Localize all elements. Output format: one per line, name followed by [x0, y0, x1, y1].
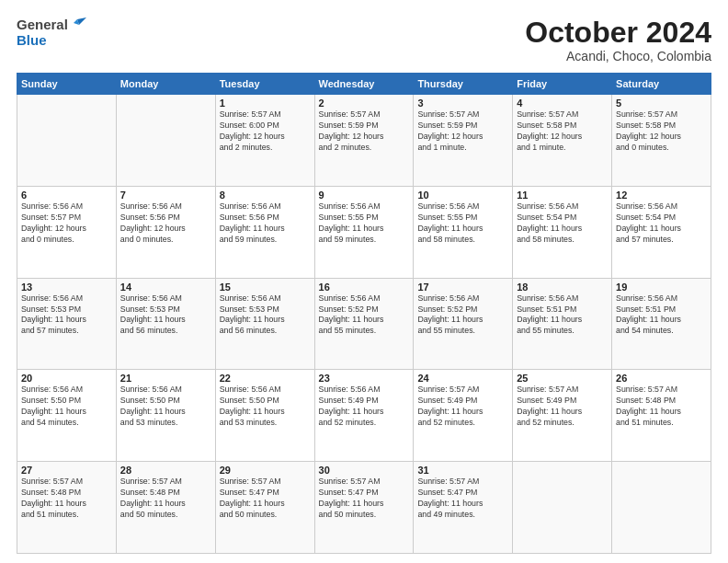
table-row: 3Sunrise: 5:57 AM Sunset: 5:59 PM Daylig…: [414, 95, 513, 187]
col-tuesday: Tuesday: [215, 74, 314, 95]
day-number: 9: [319, 190, 410, 201]
table-row: 25Sunrise: 5:57 AM Sunset: 5:49 PM Dayli…: [513, 370, 612, 462]
month-title: October 2024: [525, 17, 711, 49]
table-row: 19Sunrise: 5:56 AM Sunset: 5:51 PM Dayli…: [612, 278, 711, 370]
calendar-week-row: 6Sunrise: 5:56 AM Sunset: 5:57 PM Daylig…: [17, 186, 711, 278]
day-number: 31: [417, 465, 508, 476]
table-row: 31Sunrise: 5:57 AM Sunset: 5:47 PM Dayli…: [414, 462, 513, 554]
day-number: 7: [120, 190, 211, 201]
logo-blue-text: Blue: [17, 32, 47, 48]
logo-bird-icon: [70, 16, 86, 32]
day-number: 17: [417, 282, 508, 293]
day-info: Sunrise: 5:56 AM Sunset: 5:50 PM Dayligh…: [120, 385, 211, 429]
table-row: 9Sunrise: 5:56 AM Sunset: 5:55 PM Daylig…: [314, 186, 414, 278]
day-info: Sunrise: 5:57 AM Sunset: 5:49 PM Dayligh…: [417, 385, 508, 429]
day-info: Sunrise: 5:56 AM Sunset: 5:51 PM Dayligh…: [616, 293, 707, 338]
day-number: 11: [517, 190, 608, 201]
day-number: 24: [417, 373, 508, 384]
day-info: Sunrise: 5:57 AM Sunset: 5:48 PM Dayligh…: [120, 477, 211, 521]
day-number: 21: [120, 373, 211, 384]
table-row: [612, 462, 711, 554]
table-row: 10Sunrise: 5:56 AM Sunset: 5:55 PM Dayli…: [414, 186, 513, 278]
day-info: Sunrise: 5:56 AM Sunset: 5:54 PM Dayligh…: [517, 201, 608, 246]
table-row: 16Sunrise: 5:56 AM Sunset: 5:52 PM Dayli…: [314, 278, 414, 370]
col-wednesday: Wednesday: [314, 74, 414, 95]
calendar-table: Sunday Monday Tuesday Wednesday Thursday…: [17, 73, 711, 554]
table-row: 7Sunrise: 5:56 AM Sunset: 5:56 PM Daylig…: [116, 186, 215, 278]
table-row: 27Sunrise: 5:57 AM Sunset: 5:48 PM Dayli…: [17, 462, 117, 554]
day-info: Sunrise: 5:56 AM Sunset: 5:50 PM Dayligh…: [21, 385, 112, 429]
day-info: Sunrise: 5:56 AM Sunset: 5:51 PM Dayligh…: [517, 293, 608, 338]
calendar-week-row: 1Sunrise: 5:57 AM Sunset: 6:00 PM Daylig…: [17, 95, 711, 187]
col-monday: Monday: [116, 74, 215, 95]
day-info: Sunrise: 5:57 AM Sunset: 5:59 PM Dayligh…: [319, 109, 410, 154]
table-row: 15Sunrise: 5:56 AM Sunset: 5:53 PM Dayli…: [215, 278, 314, 370]
day-info: Sunrise: 5:56 AM Sunset: 5:55 PM Dayligh…: [417, 201, 508, 246]
table-row: 22Sunrise: 5:56 AM Sunset: 5:50 PM Dayli…: [215, 370, 314, 462]
day-number: 19: [616, 282, 707, 293]
table-row: 4Sunrise: 5:57 AM Sunset: 5:58 PM Daylig…: [513, 95, 612, 187]
day-number: 30: [319, 465, 410, 476]
table-row: [116, 95, 215, 187]
table-row: 21Sunrise: 5:56 AM Sunset: 5:50 PM Dayli…: [116, 370, 215, 462]
page: General Blue October 2024 Acandi, Choco,…: [0, 0, 728, 563]
calendar-week-row: 20Sunrise: 5:56 AM Sunset: 5:50 PM Dayli…: [17, 370, 711, 462]
table-row: 12Sunrise: 5:56 AM Sunset: 5:54 PM Dayli…: [612, 186, 711, 278]
table-row: 1Sunrise: 5:57 AM Sunset: 6:00 PM Daylig…: [215, 95, 314, 187]
table-row: 17Sunrise: 5:56 AM Sunset: 5:52 PM Dayli…: [414, 278, 513, 370]
table-row: 14Sunrise: 5:56 AM Sunset: 5:53 PM Dayli…: [116, 278, 215, 370]
table-row: [513, 462, 612, 554]
day-number: 5: [616, 98, 707, 109]
day-info: Sunrise: 5:57 AM Sunset: 5:49 PM Dayligh…: [517, 385, 608, 429]
day-number: 14: [120, 282, 211, 293]
day-info: Sunrise: 5:57 AM Sunset: 5:58 PM Dayligh…: [616, 109, 707, 154]
title-section: October 2024 Acandi, Choco, Colombia: [525, 17, 711, 63]
day-info: Sunrise: 5:56 AM Sunset: 5:55 PM Dayligh…: [319, 201, 410, 246]
day-number: 26: [616, 373, 707, 384]
day-number: 22: [220, 373, 311, 384]
table-row: 5Sunrise: 5:57 AM Sunset: 5:58 PM Daylig…: [612, 95, 711, 187]
calendar-week-row: 13Sunrise: 5:56 AM Sunset: 5:53 PM Dayli…: [17, 278, 711, 370]
day-number: 15: [220, 282, 311, 293]
table-row: 26Sunrise: 5:57 AM Sunset: 5:48 PM Dayli…: [612, 370, 711, 462]
day-info: Sunrise: 5:57 AM Sunset: 6:00 PM Dayligh…: [220, 109, 311, 154]
col-sunday: Sunday: [17, 74, 117, 95]
table-row: 29Sunrise: 5:57 AM Sunset: 5:47 PM Dayli…: [215, 462, 314, 554]
day-info: Sunrise: 5:56 AM Sunset: 5:49 PM Dayligh…: [319, 385, 410, 429]
header: General Blue October 2024 Acandi, Choco,…: [17, 17, 711, 63]
day-info: Sunrise: 5:57 AM Sunset: 5:47 PM Dayligh…: [220, 477, 311, 521]
logo-general-text: General: [17, 17, 68, 32]
day-info: Sunrise: 5:56 AM Sunset: 5:56 PM Dayligh…: [120, 201, 211, 246]
table-row: 6Sunrise: 5:56 AM Sunset: 5:57 PM Daylig…: [17, 186, 117, 278]
day-number: 1: [220, 98, 311, 109]
day-number: 25: [517, 373, 608, 384]
table-row: 13Sunrise: 5:56 AM Sunset: 5:53 PM Dayli…: [17, 278, 117, 370]
day-number: 18: [517, 282, 608, 293]
table-row: 11Sunrise: 5:56 AM Sunset: 5:54 PM Dayli…: [513, 186, 612, 278]
col-thursday: Thursday: [414, 74, 513, 95]
table-row: 8Sunrise: 5:56 AM Sunset: 5:56 PM Daylig…: [215, 186, 314, 278]
day-info: Sunrise: 5:57 AM Sunset: 5:48 PM Dayligh…: [21, 477, 112, 521]
day-info: Sunrise: 5:57 AM Sunset: 5:58 PM Dayligh…: [517, 109, 608, 154]
day-info: Sunrise: 5:56 AM Sunset: 5:57 PM Dayligh…: [21, 201, 112, 246]
day-number: 3: [417, 98, 508, 109]
day-number: 10: [417, 190, 508, 201]
day-number: 29: [220, 465, 311, 476]
day-number: 23: [319, 373, 410, 384]
table-row: [17, 95, 117, 187]
logo: General Blue: [17, 17, 86, 48]
table-row: 20Sunrise: 5:56 AM Sunset: 5:50 PM Dayli…: [17, 370, 117, 462]
table-row: 2Sunrise: 5:57 AM Sunset: 5:59 PM Daylig…: [314, 95, 414, 187]
col-saturday: Saturday: [612, 74, 711, 95]
day-number: 2: [319, 98, 410, 109]
table-row: 24Sunrise: 5:57 AM Sunset: 5:49 PM Dayli…: [414, 370, 513, 462]
calendar-header-row: Sunday Monday Tuesday Wednesday Thursday…: [17, 74, 711, 95]
table-row: 18Sunrise: 5:56 AM Sunset: 5:51 PM Dayli…: [513, 278, 612, 370]
table-row: 28Sunrise: 5:57 AM Sunset: 5:48 PM Dayli…: [116, 462, 215, 554]
col-friday: Friday: [513, 74, 612, 95]
calendar-week-row: 27Sunrise: 5:57 AM Sunset: 5:48 PM Dayli…: [17, 462, 711, 554]
day-info: Sunrise: 5:57 AM Sunset: 5:47 PM Dayligh…: [319, 477, 410, 521]
day-number: 13: [21, 282, 112, 293]
day-info: Sunrise: 5:56 AM Sunset: 5:53 PM Dayligh…: [21, 293, 112, 338]
location: Acandi, Choco, Colombia: [525, 49, 711, 63]
